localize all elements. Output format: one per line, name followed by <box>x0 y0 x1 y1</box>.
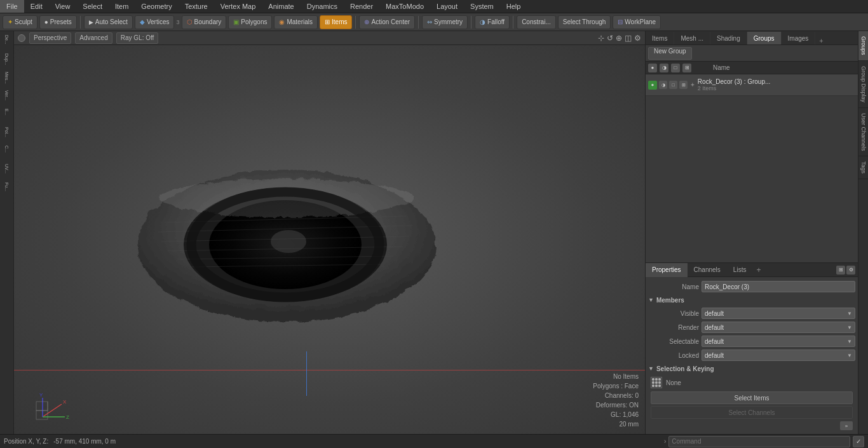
action-center-button[interactable]: ⊕ Action Center <box>359 15 415 29</box>
tab-mesh[interactable]: Mesh ... <box>674 32 710 44</box>
members-arrow[interactable]: ▼ <box>648 297 654 303</box>
boundary-button[interactable]: ⬡ Boundary <box>182 15 227 29</box>
expand-down-button[interactable]: » <box>840 421 853 430</box>
left-tool-c[interactable]: C... <box>4 143 9 161</box>
raygl-label[interactable]: Ray GL: Off <box>116 32 159 44</box>
selection-buttons: Select Items Select Channels <box>648 390 855 420</box>
symmetry-button[interactable]: ⇔ Symmetry <box>422 15 468 29</box>
visible-arrow-icon: ▼ <box>847 311 852 316</box>
select-items-button[interactable]: Select Items <box>651 391 853 404</box>
render-header-icon[interactable]: ◑ <box>660 64 668 72</box>
menu-select[interactable]: Select <box>76 0 109 13</box>
settings-icon[interactable]: ⚙ <box>634 34 641 43</box>
left-tool-e[interactable]: E... <box>4 106 9 124</box>
selectable-dropdown[interactable]: default ▼ <box>702 336 855 347</box>
presets-button[interactable]: ● Presets <box>39 15 77 29</box>
tab-images[interactable]: Images <box>782 32 816 44</box>
tab-groups[interactable]: Groups <box>747 32 782 44</box>
menu-view[interactable]: View <box>49 0 77 13</box>
sculpt-button[interactable]: ✦ Sculpt <box>3 15 37 29</box>
workplane-button[interactable]: ⊟ WorkPlane <box>613 15 661 29</box>
menu-layout[interactable]: Layout <box>430 0 464 13</box>
menu-edit[interactable]: Edit <box>24 0 49 13</box>
eye-header-icon[interactable]: ● <box>648 64 657 72</box>
menu-item[interactable]: Item <box>109 0 135 13</box>
group-list-item[interactable]: ● ◑ □ ⊞ + Rock_Decor (3) : Group... 2 It… <box>646 74 858 96</box>
group-extra-toggle[interactable]: ⊞ <box>679 81 688 89</box>
left-tool-ver[interactable]: Ver... <box>4 88 9 105</box>
vertices-button[interactable]: ◆ Vertices <box>135 15 175 29</box>
extra-header-icon[interactable]: ⊞ <box>682 64 691 72</box>
props-tab-channels[interactable]: Channels <box>688 263 727 277</box>
menu-help[interactable]: Help <box>500 0 527 13</box>
svg-point-3 <box>158 178 412 216</box>
lock-header-icon[interactable]: □ <box>671 64 680 72</box>
vsidebar-tags[interactable]: Tags <box>858 156 868 179</box>
tab-items[interactable]: Items <box>646 32 674 44</box>
left-tool-mes[interactable]: Mes... <box>4 69 9 87</box>
locked-dropdown[interactable]: default ▼ <box>702 350 855 361</box>
menu-texture[interactable]: Texture <box>179 0 214 13</box>
vsidebar-group-display[interactable]: Group Display <box>858 61 868 108</box>
visible-label: Visible <box>648 310 699 317</box>
menu-maxtomodo[interactable]: MaxToModo <box>379 0 430 13</box>
left-tool-fu[interactable]: Fu... <box>4 180 9 198</box>
boundary-icon: ⬡ <box>187 18 193 25</box>
rock-mesh <box>126 121 444 337</box>
move-icon[interactable]: ⊹ <box>598 34 604 43</box>
viewport-toggle[interactable] <box>18 34 25 42</box>
menu-dynamics[interactable]: Dynamics <box>301 0 344 13</box>
command-input[interactable] <box>668 436 850 447</box>
select-through-button[interactable]: Select Through <box>558 15 611 29</box>
visible-dropdown[interactable]: default ▼ <box>702 308 855 319</box>
canvas-area[interactable]: X Z Y No Items Polygons : Face Channels:… <box>14 45 645 434</box>
vsidebar-user-channels[interactable]: User Channels <box>858 108 868 157</box>
props-expand-icon[interactable]: ⊞ <box>836 266 845 275</box>
menu-geometry[interactable]: Geometry <box>135 0 178 13</box>
left-toolbar: De... Dup... Mes... Ver... E... Pol... C… <box>0 31 14 434</box>
viewport[interactable]: Perspective Advanced Ray GL: Off ⊹ ↺ ⊕ ◫… <box>14 31 645 434</box>
tab-add-button[interactable]: + <box>815 37 827 44</box>
vsidebar-groups[interactable]: Groups <box>858 31 868 61</box>
perspective-label[interactable]: Perspective <box>29 32 71 44</box>
menu-render[interactable]: Render <box>344 0 379 13</box>
command-submit-button[interactable]: ✓ <box>853 436 864 447</box>
menu-system[interactable]: System <box>464 0 500 13</box>
auto-select-button[interactable]: ▶ Auto Select <box>84 15 133 29</box>
menu-animate[interactable]: Animate <box>262 0 300 13</box>
none-icon[interactable] <box>651 377 662 388</box>
camera-icon[interactable]: ◫ <box>625 34 632 43</box>
select-channels-button[interactable]: Select Channels <box>651 406 853 419</box>
advanced-label[interactable]: Advanced <box>75 32 112 44</box>
render-dropdown[interactable]: default ▼ <box>702 322 855 333</box>
selection-arrow[interactable]: ▼ <box>648 365 654 372</box>
name-input[interactable] <box>702 281 855 292</box>
locked-arrow-icon: ▼ <box>847 353 852 358</box>
props-tab-properties[interactable]: Properties <box>646 263 688 277</box>
left-tool-de[interactable]: De... <box>4 32 9 50</box>
group-lock-toggle[interactable]: □ <box>669 81 677 89</box>
props-tab-add[interactable]: + <box>752 266 764 275</box>
menu-vertex-map[interactable]: Vertex Map <box>214 0 262 13</box>
group-render-toggle[interactable]: ◑ <box>659 81 667 89</box>
new-group-button[interactable]: New Group <box>648 47 692 60</box>
zoom-icon[interactable]: ⊕ <box>616 34 622 43</box>
group-eye-toggle[interactable]: ● <box>648 81 657 90</box>
constraints-button[interactable]: Constrai... <box>517 15 556 29</box>
props-tab-lists[interactable]: Lists <box>727 263 753 277</box>
falloff-button[interactable]: ◑ Falloff <box>475 15 510 29</box>
sep5 <box>513 16 513 29</box>
props-settings-icon[interactable]: ⚙ <box>846 266 855 275</box>
items-icon: ⊞ <box>325 18 330 25</box>
size-text: 20 mm <box>593 419 639 429</box>
materials-button[interactable]: ◉ Materials <box>274 15 318 29</box>
left-tool-uv[interactable]: UV... <box>4 161 9 179</box>
polygons-button[interactable]: ▣ Polygons <box>228 15 272 29</box>
items-button[interactable]: ⊞ Items <box>320 15 352 29</box>
rotate-icon[interactable]: ↺ <box>607 34 613 43</box>
group-expand-arrow[interactable]: + <box>689 81 696 88</box>
left-tool-dup[interactable]: Dup... <box>4 51 9 69</box>
tab-shading[interactable]: Shading <box>710 32 747 44</box>
menu-file[interactable]: File <box>0 0 24 13</box>
left-tool-pol[interactable]: Pol... <box>4 125 9 142</box>
